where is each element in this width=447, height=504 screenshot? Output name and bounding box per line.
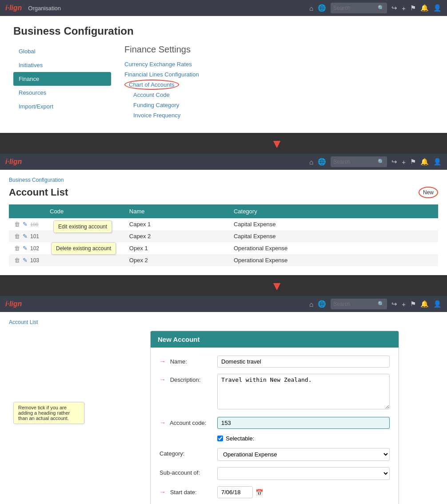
- start-date-calendar-icon[interactable]: 📅: [255, 489, 263, 496]
- start-date-control: 📅: [217, 486, 390, 498]
- name-field[interactable]: [217, 356, 390, 368]
- link-currency-exchange[interactable]: Currency Exchange Rates: [124, 61, 434, 68]
- start-date-label: → Start date:: [160, 486, 217, 496]
- finance-settings-panel: Finance Settings Currency Exchange Rates…: [111, 44, 434, 122]
- edit-icon-row1[interactable]: ✎: [23, 221, 28, 228]
- account-list-title: Account List: [9, 187, 68, 198]
- tooltip-edit: Edit existing account: [53, 220, 112, 233]
- breadcrumb[interactable]: Business Configuration: [9, 177, 438, 183]
- logo2: i·lign: [5, 158, 22, 166]
- link-chart-accounts[interactable]: Chart of Accounts: [124, 80, 179, 90]
- search-input3[interactable]: [333, 301, 378, 307]
- nav-icons2: ⌂ 🌐 🔍 ↪ + ⚑ 🔔 👤: [309, 156, 442, 167]
- category-cell: Capital Expense: [228, 230, 438, 242]
- link-financial-lines[interactable]: Financial Lines Configuration: [124, 71, 434, 78]
- selectable-label: Selectable:: [226, 435, 254, 442]
- category-select[interactable]: Operational Expense Capital Expense Reve…: [217, 448, 390, 461]
- sidebar-item-global[interactable]: Global: [13, 44, 111, 58]
- edit-icon-row3[interactable]: ✎: [23, 245, 28, 252]
- bookmark-icon3[interactable]: ⚑: [410, 300, 416, 308]
- required-arrow4: →: [160, 488, 166, 496]
- search-bar3[interactable]: 🔍: [331, 299, 387, 309]
- selectable-checkbox[interactable]: [217, 436, 223, 441]
- plus-icon2[interactable]: +: [402, 158, 406, 166]
- tooltip-delete: Delete existing account: [51, 242, 116, 255]
- new-account-form: New Account → Name: Add account name.: [150, 331, 399, 504]
- share-icon3[interactable]: ↪: [391, 300, 397, 308]
- org-name: Organisation: [28, 5, 61, 12]
- name-cell: Capex 1: [124, 218, 228, 230]
- sidebar-item-finance[interactable]: Finance: [13, 72, 111, 86]
- delete-icon-row1[interactable]: 🗑: [14, 221, 20, 228]
- user-icon[interactable]: 👤: [433, 4, 442, 12]
- account-code-field[interactable]: [217, 417, 390, 429]
- start-date-field[interactable]: [217, 486, 253, 498]
- user-icon2[interactable]: 👤: [433, 158, 442, 166]
- search-input[interactable]: [333, 5, 378, 11]
- plus-icon3[interactable]: +: [402, 300, 406, 308]
- delete-tooltip-box: Delete existing account: [51, 242, 116, 255]
- sidebar-item-initiatives[interactable]: Initiatives: [13, 58, 111, 72]
- search-bar[interactable]: 🔍: [331, 3, 387, 13]
- selectable-tooltip: Remove tick if you are adding a heading …: [13, 402, 84, 424]
- link-invoice-frequency[interactable]: Invoice Frequency: [133, 112, 434, 119]
- code-row1: 100: [30, 222, 38, 227]
- category-cell: Operational Expense: [228, 254, 438, 266]
- edit-icon-row4[interactable]: ✎: [23, 257, 28, 264]
- account-code-row: → Account code: Add account code.: [160, 417, 390, 429]
- search-bar2[interactable]: 🔍: [331, 156, 387, 167]
- new-account-button[interactable]: New: [419, 187, 438, 198]
- plus-icon[interactable]: +: [402, 4, 406, 12]
- home-icon2[interactable]: ⌂: [309, 158, 313, 166]
- col-code: Code: [44, 204, 124, 218]
- logo3: i·lign: [5, 300, 22, 308]
- desc-control: Travel within New Zealand. Add descripti…: [217, 374, 390, 411]
- globe-icon[interactable]: 🌐: [318, 4, 326, 12]
- required-star: →: [160, 358, 166, 365]
- start-date-row: → Start date: 📅: [160, 486, 390, 498]
- start-date-row-inner: 📅: [217, 486, 390, 498]
- delete-icon-row4[interactable]: 🗑: [14, 257, 20, 264]
- code-cell: [44, 254, 124, 266]
- topnav-panel3: i·lign ⌂ 🌐 🔍 ↪ + ⚑ 🔔 👤: [0, 296, 447, 312]
- sidebar-item-resources[interactable]: Resources: [13, 86, 111, 100]
- home-icon3[interactable]: ⌂: [309, 300, 313, 308]
- delete-icon-row3[interactable]: 🗑: [14, 245, 20, 252]
- sidebar: Global Initiatives Finance Resources Imp…: [13, 44, 111, 122]
- bookmark-icon[interactable]: ⚑: [410, 4, 416, 12]
- share-icon2[interactable]: ↪: [391, 158, 397, 166]
- form-title: New Account: [151, 331, 399, 348]
- panel3-layout: Remove tick if you are adding a heading …: [9, 331, 438, 504]
- logo: i·lign: [5, 4, 22, 12]
- account-list-header: Account List New: [9, 187, 438, 198]
- search-input2[interactable]: [333, 159, 378, 165]
- sidebar-item-importexport[interactable]: Import/Export: [13, 100, 111, 113]
- bookmark-icon2[interactable]: ⚑: [410, 158, 416, 166]
- code-row2: 101: [30, 233, 39, 240]
- bell-icon2[interactable]: 🔔: [420, 158, 429, 166]
- bell-icon3[interactable]: 🔔: [420, 300, 429, 308]
- description-field[interactable]: Travel within New Zealand.: [217, 374, 390, 409]
- home-icon[interactable]: ⌂: [309, 4, 313, 12]
- breadcrumb2[interactable]: Account List: [9, 319, 438, 325]
- edit-tooltip-box: Edit existing account: [53, 220, 112, 233]
- name-cell: Opex 2: [124, 254, 228, 266]
- user-icon3[interactable]: 👤: [433, 300, 442, 308]
- code-row4: 103: [30, 257, 39, 264]
- bell-icon[interactable]: 🔔: [420, 4, 429, 12]
- globe-icon2[interactable]: 🌐: [318, 158, 326, 166]
- link-account-code[interactable]: Account Code: [133, 92, 434, 98]
- edit-icon-row2[interactable]: ✎: [23, 233, 28, 240]
- globe-icon3[interactable]: 🌐: [318, 300, 326, 308]
- panel1-body: Global Initiatives Finance Resources Imp…: [13, 44, 434, 122]
- share-icon[interactable]: ↪: [391, 4, 397, 12]
- category-control: Operational Expense Capital Expense Reve…: [217, 448, 390, 461]
- delete-icon-row2[interactable]: 🗑: [14, 233, 20, 240]
- panel3-right: New Account → Name: Add account name.: [111, 331, 438, 504]
- sub-account-select[interactable]: [217, 467, 390, 480]
- category-cell: Operational Expense: [228, 242, 438, 254]
- row-actions: 🗑 ✎ 100: [9, 218, 44, 230]
- topnav-panel2: i·lign ⌂ 🌐 🔍 ↪ + ⚑ 🔔 👤: [0, 154, 447, 170]
- finance-settings-title: Finance Settings: [124, 44, 434, 55]
- link-funding-category[interactable]: Funding Category: [133, 102, 434, 108]
